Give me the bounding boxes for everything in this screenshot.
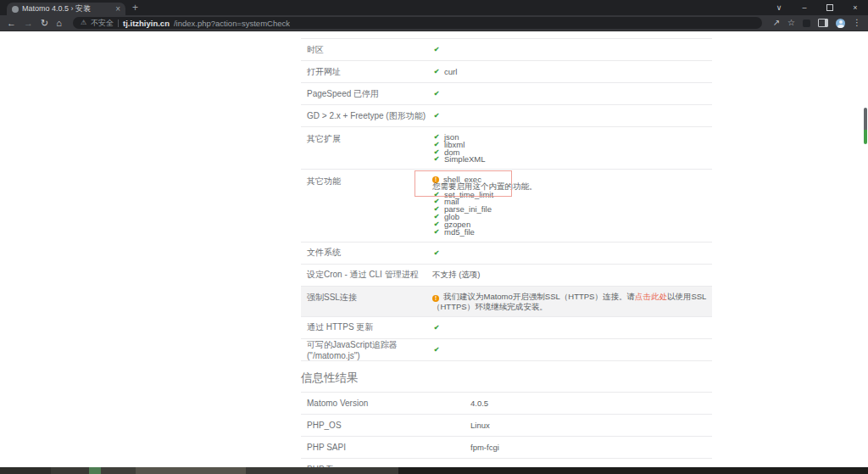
url-path: /index.php?action=systemCheck xyxy=(174,19,290,28)
row-label: 设定Cron - 通过 CLI 管理进程 xyxy=(307,269,432,281)
taskbar-item[interactable] xyxy=(51,467,89,474)
check-icon: ✔ xyxy=(432,46,441,53)
check-icon: ✔ xyxy=(432,228,441,236)
check-line: 您需要启用这个内置的功能。 xyxy=(432,183,710,191)
info-value: 4.0.5 xyxy=(470,399,712,408)
security-label[interactable]: 不安全 xyxy=(91,18,114,29)
check-row: 其它扩展✔json✔libxml✔dom✔SimpleXML xyxy=(301,126,712,169)
home-icon[interactable]: ⌂ xyxy=(56,19,62,28)
check-row: PageSpeed 已停用✔ xyxy=(301,82,712,104)
ssl-setup-link[interactable]: 点击此处 xyxy=(635,292,667,301)
row-label: 时区 xyxy=(307,44,432,56)
check-line: ✔curl xyxy=(432,67,710,76)
address-divider xyxy=(118,20,119,27)
url-domain: tj.itzhiyin.cn xyxy=(123,19,170,28)
info-value: fpm-fcgi xyxy=(470,443,712,452)
info-label: PHP SAPI xyxy=(307,443,470,452)
info-row: PHP_OSLinux xyxy=(301,414,712,436)
check-line: ✔ xyxy=(432,324,710,332)
taskbar-item[interactable] xyxy=(89,467,101,474)
check-icon: ✔ xyxy=(432,346,441,354)
row-label: 可写的JavaScript追踪器 ("/matomo.js") xyxy=(307,339,432,360)
check-line: ✔md5_file xyxy=(432,228,710,236)
bookmark-star-icon[interactable]: ☆ xyxy=(787,19,795,27)
address-bar[interactable]: ⚠ 不安全 tj.itzhiyin.cn /index.php?action=s… xyxy=(73,17,762,29)
taskbar-item[interactable] xyxy=(246,467,398,474)
row-label: 打开网址 xyxy=(307,66,432,78)
taskbar-item[interactable] xyxy=(101,467,136,474)
check-icon: ✔ xyxy=(432,141,441,148)
check-line: ✔json xyxy=(432,133,710,141)
check-row: 时区✔ xyxy=(301,38,712,60)
check-icon: ✔ xyxy=(432,68,441,75)
browser-tab[interactable]: Matomo 4.0.5 › 安装 × xyxy=(7,3,125,15)
row-label: 文件系统 xyxy=(307,247,432,259)
window-restore-button[interactable] xyxy=(817,0,843,15)
forward-icon[interactable]: → xyxy=(24,19,33,28)
check-row: 可写的JavaScript追踪器 ("/matomo.js")✔ xyxy=(301,338,712,360)
row-value: 不支持 (选项) xyxy=(432,270,712,281)
check-line: 不支持 (选项) xyxy=(432,270,710,281)
info-row: PHP TimezoneUTC xyxy=(301,458,712,467)
check-row: 文件系统✔ xyxy=(301,242,712,264)
info-label: Matomo Version xyxy=(307,399,470,408)
profile-avatar[interactable] xyxy=(836,19,845,28)
check-line: ✔SimpleXML xyxy=(432,155,710,163)
row-value: ✔curl xyxy=(432,67,712,76)
side-panel-icon[interactable] xyxy=(818,19,828,27)
scrollbar-marker[interactable] xyxy=(864,130,867,144)
taskbar[interactable] xyxy=(0,467,868,474)
taskbar-item[interactable] xyxy=(136,467,246,474)
check-icon: ✔ xyxy=(432,324,441,332)
page-content: 时区✔打开网址✔curlPageSpeed 已停用✔GD > 2.x + Fre… xyxy=(0,31,868,467)
window-minimize-button[interactable]: – xyxy=(792,0,817,15)
browser-titlebar: Matomo 4.0.5 › 安装 × + ∨ – × xyxy=(0,0,868,15)
system-check-table: 时区✔打开网址✔curlPageSpeed 已停用✔GD > 2.x + Fre… xyxy=(301,38,712,361)
row-value: ✔ xyxy=(432,249,712,257)
row-label: GD > 2.x + Freetype (图形功能) xyxy=(307,110,432,122)
line-text: md5_file xyxy=(444,227,475,237)
row-value: ✔ xyxy=(432,46,712,53)
row-label: 强制SSL连接 xyxy=(307,292,432,311)
new-tab-button[interactable]: + xyxy=(132,3,138,13)
line-text: 不支持 (选项) xyxy=(432,270,480,281)
row-value: !shell_exec您需要启用这个内置的功能。✔set_time_limit✔… xyxy=(432,176,712,235)
check-icon: ✔ xyxy=(432,112,441,120)
share-icon[interactable]: ↗ xyxy=(773,19,780,27)
window-close-button[interactable]: × xyxy=(843,0,868,15)
row-value: ✔ xyxy=(432,324,712,332)
check-line: ✔ xyxy=(432,46,710,53)
check-icon: ✔ xyxy=(432,205,441,213)
check-icon: ✔ xyxy=(432,220,441,228)
check-line: ✔parse_ini_file xyxy=(432,205,710,213)
tab-close-icon[interactable]: × xyxy=(115,5,120,14)
warning-icon: ! xyxy=(432,295,439,302)
row-value: ✔ xyxy=(432,90,712,98)
check-line: ✔ xyxy=(432,90,710,98)
info-row: Matomo Version4.0.5 xyxy=(301,392,712,414)
check-line: ✔ xyxy=(432,346,710,354)
taskbar-item[interactable] xyxy=(0,467,51,474)
menu-kebab-icon[interactable]: ⋮ xyxy=(853,19,861,27)
back-icon[interactable]: ← xyxy=(7,19,16,28)
line-text: SimpleXML xyxy=(444,154,486,164)
row-label: 其它扩展 xyxy=(307,133,432,163)
info-row: PHP SAPIfpm-fcgi xyxy=(301,436,712,458)
line-text: 我们建议为Matomo开启强制SSL（HTTPS）连接。请 xyxy=(443,292,635,301)
row-value: ✔json✔libxml✔dom✔SimpleXML xyxy=(432,133,712,163)
check-icon: ✔ xyxy=(432,198,441,205)
check-row: GD > 2.x + Freetype (图形功能)✔ xyxy=(301,104,712,126)
scrollbar-thumb[interactable] xyxy=(864,108,867,130)
window-menu-button[interactable]: ∨ xyxy=(766,0,792,15)
check-line: ✔ xyxy=(432,112,710,120)
check-line: ✔ xyxy=(432,249,710,257)
info-label: PHP_OS xyxy=(307,421,470,430)
extension-icon[interactable] xyxy=(803,20,810,27)
check-line: ✔libxml xyxy=(432,141,710,148)
browser-window: Matomo 4.0.5 › 安装 × + ∨ – × ← → ↻ ⌂ ⚠ 不安… xyxy=(0,0,868,474)
row-label: 通过 HTTPS 更新 xyxy=(307,321,432,333)
info-results-heading: 信息性结果 xyxy=(301,371,712,386)
check-icon: ✔ xyxy=(432,148,441,156)
check-line: !我们建议为Matomo开启强制SSL（HTTPS）连接。请点击此处以使用SSL… xyxy=(432,292,710,311)
reload-icon[interactable]: ↻ xyxy=(41,19,48,28)
